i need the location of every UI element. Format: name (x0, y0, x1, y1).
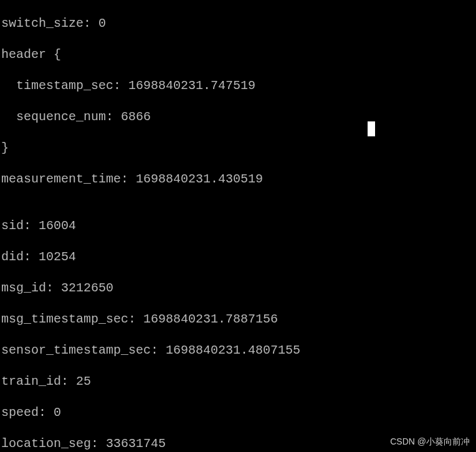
output-line: msg_id: 3212650 (1, 280, 475, 296)
output-line: sid: 16004 (1, 218, 475, 233)
output-line: train_id: 25 (1, 374, 475, 389)
output-line: msg_timestamp_sec: 1698840231.7887156 (1, 311, 475, 327)
output-line: measurement_time: 1698840231.430519 (1, 171, 475, 187)
output-line: did: 10254 (1, 249, 475, 265)
terminal-cursor (368, 121, 375, 136)
output-line: } (1, 140, 475, 156)
output-line: speed: 0 (1, 405, 475, 420)
output-line: sequence_num: 6866 (1, 109, 475, 125)
watermark-text: CSDN @小葵向前冲 (390, 436, 470, 448)
terminal-output: switch_size: 0 header { timestamp_sec: 1… (0, 0, 476, 452)
output-line: sensor_timestamp_sec: 1698840231.4807155 (1, 342, 475, 358)
output-line: header { (1, 47, 475, 62)
output-line: switch_size: 0 (1, 16, 475, 31)
output-line: timestamp_sec: 1698840231.747519 (1, 78, 475, 93)
